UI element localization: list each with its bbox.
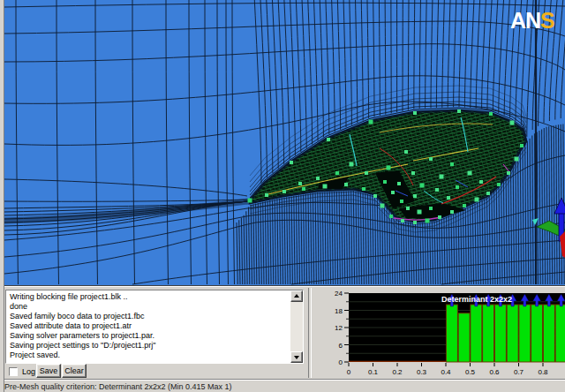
ansys-logo-text-white: AN bbox=[510, 7, 540, 33]
vertex-node bbox=[316, 177, 320, 180]
vertex-node bbox=[265, 193, 268, 197]
vertex-node bbox=[420, 184, 425, 188]
log-line: Saved family boco data to project1.fbc bbox=[10, 312, 290, 321]
histogram-bar bbox=[531, 305, 543, 362]
vertex-node bbox=[475, 198, 479, 202]
y-tick-label: 12 bbox=[335, 324, 343, 332]
y-tick-label: 18 bbox=[335, 307, 343, 315]
message-panel: Writing blocking file project1.blk ..don… bbox=[0, 285, 565, 392]
log-line: Writing blocking file project1.blk .. bbox=[10, 292, 290, 302]
vertex-node bbox=[248, 199, 252, 203]
vertex-node bbox=[302, 187, 305, 191]
scroll-up-icon[interactable] bbox=[290, 290, 303, 302]
save-button[interactable]: Save bbox=[36, 364, 61, 378]
vertex-node bbox=[507, 171, 510, 175]
histogram-bars bbox=[446, 305, 565, 362]
vertex-node bbox=[463, 204, 466, 207]
histogram-bar bbox=[555, 305, 565, 362]
histogram-bar bbox=[543, 305, 554, 362]
vertex-node bbox=[520, 144, 524, 147]
vertex-node bbox=[401, 219, 404, 222]
vertex-node bbox=[335, 171, 339, 175]
vertex-node bbox=[290, 161, 293, 164]
vertex-node bbox=[365, 171, 368, 175]
vertex-node bbox=[369, 120, 373, 124]
x-tick-label: 0.7 bbox=[514, 368, 524, 376]
vertex-node bbox=[440, 175, 444, 179]
vertex-node bbox=[380, 204, 385, 208]
log-line: Saved attribute data to project1.atr bbox=[10, 321, 290, 331]
vertex-node bbox=[383, 180, 387, 184]
status-text: Pre-Mesh quality criterion: Determinant … bbox=[4, 382, 232, 391]
y-tick-label: 0 bbox=[339, 358, 343, 366]
log-line: Project saved. bbox=[10, 351, 290, 360]
x-tick-label: 0 bbox=[347, 368, 351, 376]
log-controls: Log Save Clear bbox=[5, 364, 305, 379]
vertex-node bbox=[413, 221, 417, 224]
vertex-node bbox=[298, 182, 302, 185]
histogram-title: Determinant 2x2x2 bbox=[441, 295, 512, 304]
histogram-bar bbox=[494, 305, 506, 362]
vertex-node bbox=[373, 194, 377, 198]
vertex-node bbox=[362, 187, 365, 191]
vertex-node bbox=[418, 210, 422, 215]
vertex-node bbox=[323, 185, 328, 189]
histogram-bar bbox=[507, 305, 518, 362]
vertex-node bbox=[406, 207, 410, 210]
vertex-node bbox=[479, 180, 483, 184]
vertex-node bbox=[450, 162, 454, 166]
x-tick-label: 0.4 bbox=[441, 368, 451, 376]
mesh-canvas bbox=[4, 0, 565, 285]
vertex-node bbox=[397, 182, 401, 185]
log-line: Saving solver parameters to project1.par… bbox=[10, 331, 290, 341]
histogram-bar bbox=[483, 305, 494, 362]
y-tick-label: 24 bbox=[335, 290, 343, 298]
viewport-3d[interactable]: ANS bbox=[0, 0, 565, 285]
clear-button[interactable]: Clear bbox=[62, 364, 87, 378]
histogram-bar bbox=[446, 305, 457, 362]
x-tick-label: 0.3 bbox=[417, 368, 427, 376]
vertex-node bbox=[435, 188, 439, 192]
vertex-node bbox=[426, 219, 430, 223]
log-line: done bbox=[10, 302, 290, 312]
y-tick-label: 6 bbox=[339, 342, 343, 350]
vertex-node bbox=[344, 183, 348, 186]
log-scrollbar[interactable] bbox=[290, 290, 303, 363]
vertex-node bbox=[400, 200, 403, 203]
vertex-node bbox=[468, 171, 472, 176]
log-checkbox[interactable] bbox=[9, 367, 18, 376]
ansys-logo-text-gold: S bbox=[540, 7, 554, 33]
x-tick-label: 0.5 bbox=[465, 368, 476, 376]
vertex-node bbox=[450, 210, 454, 214]
x-tick-label: 0.1 bbox=[368, 368, 379, 376]
vertex-node bbox=[447, 196, 450, 200]
vertex-node bbox=[391, 191, 395, 194]
log-checkbox-label: Log bbox=[22, 367, 35, 376]
ansys-logo: ANS bbox=[510, 10, 554, 33]
vertex-node bbox=[413, 111, 417, 115]
x-tick-label: 0.2 bbox=[392, 368, 403, 376]
log-message-list[interactable]: Writing blocking file project1.blk ..don… bbox=[6, 290, 290, 363]
vertex-node bbox=[438, 215, 441, 219]
histogram-bar bbox=[458, 313, 470, 362]
histogram-bar bbox=[471, 305, 482, 362]
vertex-node bbox=[497, 183, 501, 186]
status-bar: Pre-Mesh quality criterion: Determinant … bbox=[0, 379, 565, 392]
vertex-node bbox=[429, 207, 433, 210]
vertex-node bbox=[282, 190, 286, 193]
vertex-node bbox=[515, 157, 519, 162]
vertex-node bbox=[486, 192, 490, 195]
histogram-bar bbox=[519, 305, 531, 362]
vertex-node bbox=[510, 121, 515, 125]
quality-histogram: Determinant 2x2x20612182400.10.20.30.40.… bbox=[309, 288, 565, 378]
vertex-node bbox=[489, 112, 493, 116]
icem-cfd-window: { "logo": { "part_white": "AN", "part_go… bbox=[0, 0, 565, 392]
vertex-node bbox=[389, 215, 393, 218]
vertex-node bbox=[456, 185, 459, 189]
vertex-node bbox=[327, 138, 330, 141]
x-tick-label: 0.6 bbox=[489, 368, 500, 376]
log-message-box: Writing blocking file project1.blk ..don… bbox=[5, 290, 304, 364]
vertex-node bbox=[350, 162, 354, 167]
vertex-node bbox=[413, 194, 417, 198]
scroll-down-icon[interactable] bbox=[290, 351, 303, 363]
